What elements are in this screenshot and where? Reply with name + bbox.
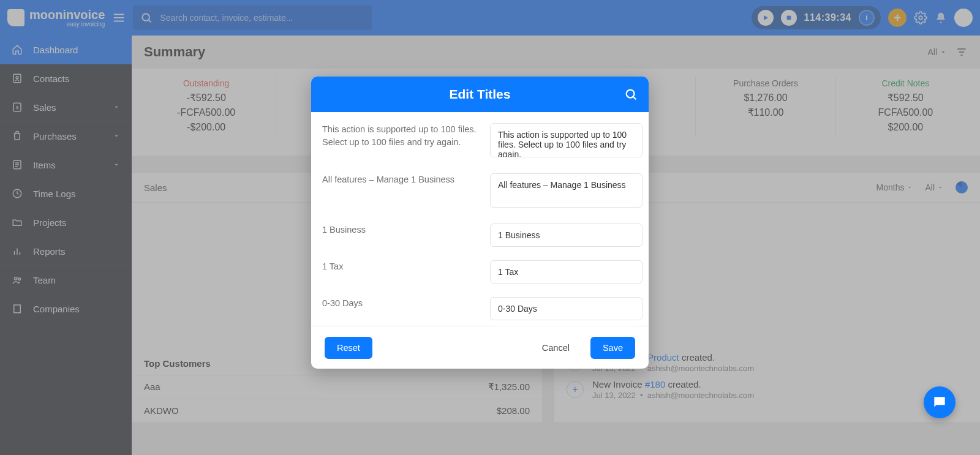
title-input-field[interactable] — [490, 173, 643, 208]
modal-header: Edit Titles — [311, 77, 649, 112]
cancel-button[interactable]: Cancel — [530, 337, 582, 359]
title-label: 1 Tax — [322, 260, 479, 273]
title-input-field[interactable] — [490, 260, 643, 284]
reset-button[interactable]: Reset — [325, 337, 372, 359]
modal-footer: Reset Cancel Save — [311, 326, 649, 369]
title-label: 0-30 Days — [322, 297, 479, 310]
title-input-field[interactable] — [490, 297, 643, 320]
title-row: 0-30 Days — [322, 297, 643, 320]
title-row: All features – Manage 1 Business — [322, 173, 643, 210]
title-input-field[interactable] — [490, 224, 643, 247]
chat-fab[interactable] — [924, 386, 956, 418]
edit-titles-modal: Edit Titles This action is supported up … — [311, 77, 649, 369]
title-label: This action is supported up to 100 files… — [322, 123, 479, 149]
modal-search-icon[interactable] — [624, 88, 638, 101]
svg-line-31 — [633, 97, 636, 99]
modal-body[interactable]: This action is supported up to 100 files… — [311, 112, 649, 326]
svg-point-30 — [627, 90, 635, 98]
save-button[interactable]: Save — [590, 337, 635, 359]
title-row: 1 Tax — [322, 260, 643, 284]
title-row: 1 Business — [322, 224, 643, 247]
title-label: 1 Business — [322, 224, 479, 236]
modal-title: Edit Titles — [450, 87, 511, 102]
title-input-field[interactable] — [490, 123, 643, 157]
title-label: All features – Manage 1 Business — [322, 173, 479, 186]
title-row: This action is supported up to 100 files… — [322, 123, 643, 160]
